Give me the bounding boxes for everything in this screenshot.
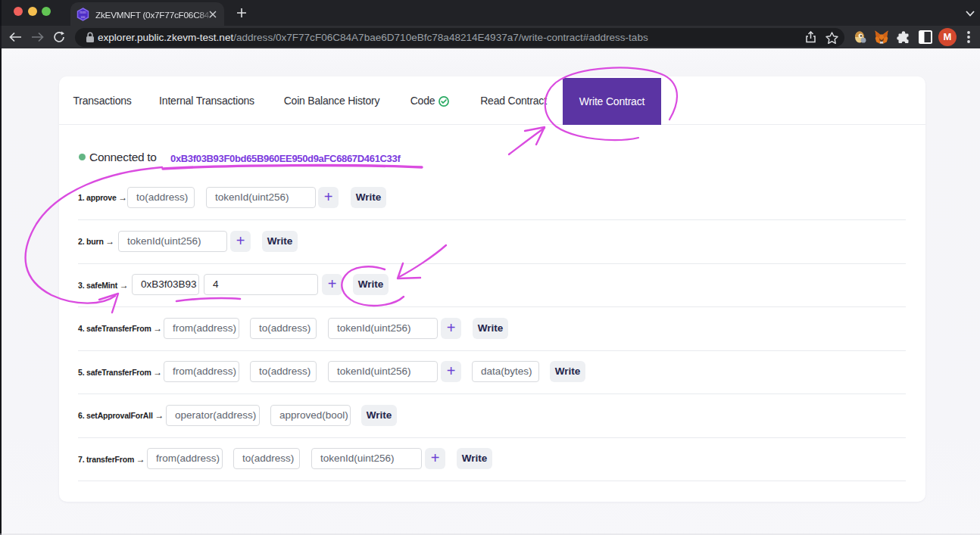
svg-text:uu: uu [81,14,86,19]
